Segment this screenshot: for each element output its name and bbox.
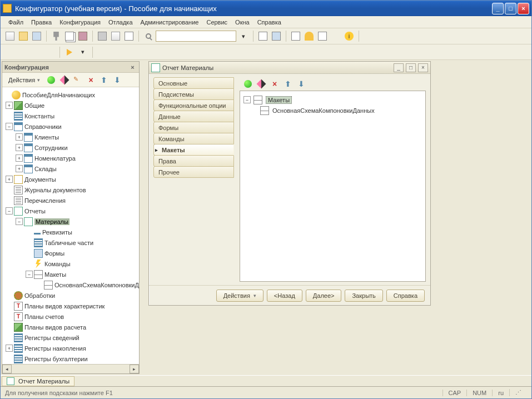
status-bar: Для получения подсказки нажмите F1 CAP N… bbox=[1, 386, 531, 398]
dialog-minimize[interactable]: _ bbox=[394, 63, 404, 72]
dialog-tree[interactable]: −Макеты ОсновнаяСхемаКомпоновкиДанных bbox=[240, 91, 426, 282]
status-num: NUM bbox=[466, 390, 492, 396]
menu-admin[interactable]: Администрирование bbox=[137, 18, 202, 27]
form-icon bbox=[34, 249, 43, 258]
menu-debug[interactable]: Отладка bbox=[105, 18, 136, 27]
dlg-back-button[interactable]: <Назад bbox=[267, 290, 302, 302]
journal-icon bbox=[14, 186, 23, 194]
search-dropdown[interactable]: ▾ bbox=[237, 30, 250, 42]
tb2-icon-2[interactable] bbox=[17, 46, 29, 58]
find-button[interactable] bbox=[142, 30, 155, 42]
minimize-button[interactable]: _ bbox=[492, 3, 504, 14]
tb2-icon-4[interactable] bbox=[44, 46, 56, 58]
run-button[interactable] bbox=[63, 46, 76, 58]
config-actions-button[interactable]: Действия▾ bbox=[4, 75, 44, 85]
dlg-tree-child: ОсновнаяСхемаКомпоновкиДанных bbox=[272, 107, 375, 114]
dlg-delete-button[interactable]: × bbox=[269, 78, 281, 90]
paste-button[interactable] bbox=[77, 30, 89, 42]
dialog-close[interactable]: × bbox=[418, 63, 428, 72]
dlg-help-button[interactable]: Справка bbox=[386, 290, 425, 302]
tab-commands[interactable]: Команды bbox=[153, 133, 234, 144]
config-delete-button[interactable]: × bbox=[85, 74, 97, 86]
close-button[interactable]: × bbox=[518, 3, 529, 14]
task-tab-report[interactable]: Отчет Материалы bbox=[2, 376, 74, 386]
print-button[interactable] bbox=[96, 30, 108, 42]
dlg-add-button[interactable] bbox=[242, 78, 254, 90]
status-lang: ru bbox=[492, 390, 509, 396]
tab-subsystems[interactable]: Подсистемы bbox=[153, 88, 234, 100]
config-tree[interactable]: ПособиеДляНачинающих +Общие Константы −С… bbox=[2, 87, 139, 364]
config-panel-title: Конфигурация bbox=[4, 64, 49, 71]
tab-data[interactable]: Данные bbox=[153, 111, 234, 122]
dlg-up-button[interactable]: ⬆ bbox=[282, 78, 294, 90]
main-toolbars: ▾ i ▾ bbox=[1, 28, 531, 60]
report-icon bbox=[7, 377, 14, 385]
tb2-icon-1[interactable] bbox=[4, 46, 16, 58]
app-icon bbox=[3, 4, 12, 13]
menubar: Файл Правка Конфигурация Отладка Админис… bbox=[1, 16, 531, 28]
tab-main[interactable]: Основные bbox=[153, 77, 234, 89]
dlg-props-button[interactable] bbox=[309, 78, 321, 90]
new-doc-button[interactable] bbox=[4, 30, 16, 42]
menu-windows[interactable]: Окна bbox=[232, 18, 253, 27]
tb2-icon-3[interactable] bbox=[31, 46, 43, 58]
open-button[interactable] bbox=[17, 30, 29, 42]
tab-rights[interactable]: Права bbox=[153, 155, 234, 167]
menu-file[interactable]: Файл bbox=[5, 18, 27, 27]
titlebar[interactable]: Конфигуратор (учебная версия) - Пособие … bbox=[1, 1, 531, 16]
maximize-button[interactable]: □ bbox=[505, 3, 516, 14]
dlg-close-button[interactable]: Закрыть bbox=[345, 290, 382, 302]
dlg-actions-button[interactable]: Действия bbox=[216, 290, 263, 302]
dlg-edit-button[interactable] bbox=[255, 78, 267, 90]
config-wand-button[interactable]: ✎ bbox=[72, 74, 84, 86]
config-down-button[interactable]: ⬇ bbox=[111, 74, 123, 86]
config-tree-hscroll[interactable]: ◂▸ bbox=[2, 364, 139, 373]
expand-icon[interactable]: − bbox=[6, 123, 13, 130]
config-add-button[interactable] bbox=[45, 74, 57, 86]
tb-icon-1[interactable] bbox=[257, 30, 269, 42]
dlg-tree-root: Макеты bbox=[266, 96, 292, 104]
config-up-button[interactable]: ⬆ bbox=[98, 74, 111, 86]
config-panel: Конфигурация × Действия▾ ✎ × ⬆ ⬇ Пособие… bbox=[2, 61, 140, 374]
dlg-down-button[interactable]: ⬇ bbox=[295, 78, 307, 90]
dialog-titlebar[interactable]: Отчет Материалы _ □ × bbox=[149, 62, 430, 74]
tab-forms[interactable]: Формы bbox=[153, 122, 234, 133]
layout-icon bbox=[34, 270, 43, 279]
tb-user-icon[interactable] bbox=[303, 30, 315, 42]
config-sort-button[interactable] bbox=[125, 74, 137, 86]
search-input[interactable] bbox=[156, 31, 236, 42]
dialog-maximize[interactable]: □ bbox=[406, 63, 416, 72]
dialog-title: Отчет Материалы bbox=[162, 64, 213, 71]
doc-icon bbox=[14, 175, 23, 184]
cube-icon bbox=[14, 101, 23, 110]
tab-other[interactable]: Прочее bbox=[153, 166, 234, 178]
tb-calendar-icon[interactable] bbox=[330, 30, 342, 42]
tb-help-icon[interactable]: i bbox=[343, 30, 355, 42]
config-edit-button[interactable] bbox=[58, 74, 71, 86]
preview-button[interactable] bbox=[110, 30, 122, 42]
menu-edit[interactable]: Правка bbox=[28, 18, 55, 27]
report-icon bbox=[151, 63, 160, 72]
compare-button[interactable] bbox=[123, 30, 135, 42]
dlg-next-button[interactable]: Далее> bbox=[306, 290, 342, 302]
table-icon bbox=[14, 122, 23, 131]
tab-templates[interactable]: Макеты bbox=[153, 144, 234, 156]
copy-button[interactable] bbox=[63, 30, 76, 42]
save-button[interactable] bbox=[31, 30, 43, 42]
menu-help[interactable]: Справка bbox=[254, 18, 285, 27]
tree-item-materialy: Материалы bbox=[34, 218, 69, 225]
menu-configuration[interactable]: Конфигурация bbox=[56, 18, 104, 27]
window-title: Конфигуратор (учебная версия) - Пособие … bbox=[15, 4, 492, 13]
config-panel-close[interactable]: × bbox=[128, 63, 137, 71]
tab-funcopts[interactable]: Функциональные опции bbox=[153, 99, 234, 111]
cut-button[interactable] bbox=[50, 30, 62, 42]
tb-icon-4[interactable] bbox=[316, 30, 329, 42]
taskbar: Отчет Материалы bbox=[1, 375, 531, 386]
run-dropdown[interactable]: ▾ bbox=[77, 46, 89, 58]
expand-icon[interactable]: + bbox=[6, 102, 13, 109]
status-hint: Для получения подсказки нажмите F1 bbox=[5, 390, 113, 396]
grid-icon bbox=[14, 112, 23, 121]
tb-icon-2[interactable] bbox=[270, 30, 282, 42]
menu-service[interactable]: Сервис bbox=[203, 18, 231, 27]
tb-icon-3[interactable] bbox=[290, 30, 302, 42]
